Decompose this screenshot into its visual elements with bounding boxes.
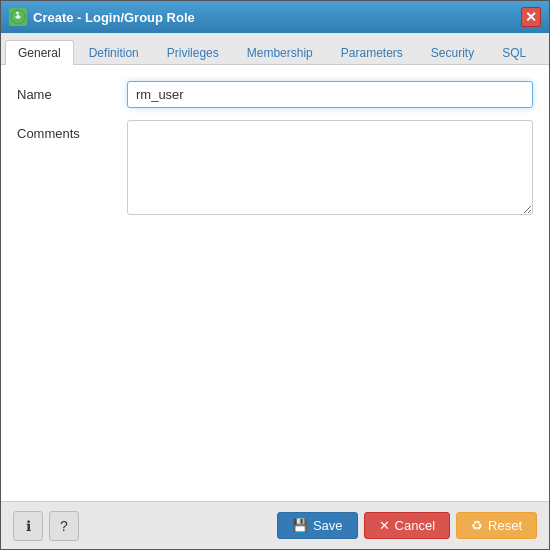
name-input[interactable] bbox=[127, 81, 533, 108]
tab-parameters[interactable]: Parameters bbox=[328, 40, 416, 65]
save-label: Save bbox=[313, 518, 343, 533]
name-row: Name bbox=[17, 81, 533, 108]
reset-label: Reset bbox=[488, 518, 522, 533]
title-bar-left: Create - Login/Group Role bbox=[9, 8, 195, 26]
help-button[interactable]: ? bbox=[49, 511, 79, 541]
tab-privileges[interactable]: Privileges bbox=[154, 40, 232, 65]
main-window: Create - Login/Group Role ✕ General Defi… bbox=[0, 0, 550, 550]
cancel-button[interactable]: ✕ Cancel bbox=[364, 512, 450, 539]
title-bar: Create - Login/Group Role ✕ bbox=[1, 1, 549, 33]
help-icon: ? bbox=[60, 518, 68, 534]
info-button[interactable]: ℹ bbox=[13, 511, 43, 541]
tab-security[interactable]: Security bbox=[418, 40, 487, 65]
cancel-icon: ✕ bbox=[379, 518, 390, 533]
content-area: Name Comments bbox=[1, 65, 549, 501]
close-button[interactable]: ✕ bbox=[521, 7, 541, 27]
footer: ℹ ? 💾 Save ✕ Cancel ♻ Reset bbox=[1, 501, 549, 549]
tab-general[interactable]: General bbox=[5, 40, 74, 65]
reset-button[interactable]: ♻ Reset bbox=[456, 512, 537, 539]
footer-left: ℹ ? bbox=[13, 511, 79, 541]
tab-definition[interactable]: Definition bbox=[76, 40, 152, 65]
name-label: Name bbox=[17, 81, 127, 102]
tab-membership[interactable]: Membership bbox=[234, 40, 326, 65]
cancel-label: Cancel bbox=[395, 518, 435, 533]
app-icon bbox=[9, 8, 27, 26]
save-icon: 💾 bbox=[292, 518, 308, 533]
comments-textarea[interactable] bbox=[127, 120, 533, 215]
reset-icon: ♻ bbox=[471, 518, 483, 533]
title-text: Create - Login/Group Role bbox=[33, 10, 195, 25]
comments-label: Comments bbox=[17, 120, 127, 141]
footer-right: 💾 Save ✕ Cancel ♻ Reset bbox=[277, 512, 537, 539]
info-icon: ℹ bbox=[26, 518, 31, 534]
comments-row: Comments bbox=[17, 120, 533, 215]
save-button[interactable]: 💾 Save bbox=[277, 512, 358, 539]
tab-sql[interactable]: SQL bbox=[489, 40, 539, 65]
tab-bar: General Definition Privileges Membership… bbox=[1, 33, 549, 65]
